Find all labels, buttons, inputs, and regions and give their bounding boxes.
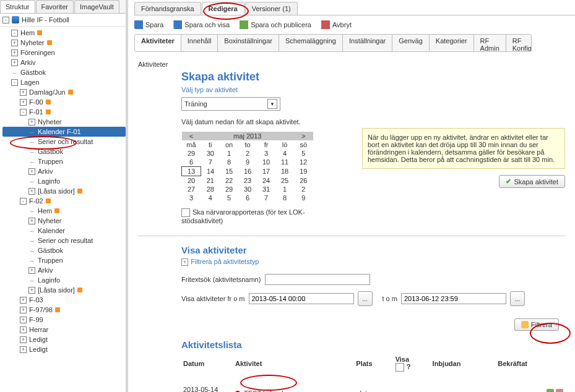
tree-item[interactable]: +Arkiv xyxy=(2,166,126,176)
calendar-day[interactable]: 27 xyxy=(182,185,201,194)
attendance-checkbox[interactable] xyxy=(181,208,190,217)
tree-item[interactable]: +F-97/98 xyxy=(2,305,126,315)
expand-icon[interactable]: + xyxy=(28,287,35,294)
expand-icon[interactable]: + xyxy=(28,267,35,274)
expand-icon[interactable]: + xyxy=(28,168,35,175)
expand-icon[interactable]: + xyxy=(11,40,18,46)
calendar-day[interactable]: 5 xyxy=(294,149,313,158)
calendar-day[interactable]: 24 xyxy=(257,176,275,185)
save-button[interactable]: Spara xyxy=(134,20,163,29)
top-tab[interactable]: Förhandsgranska xyxy=(134,2,201,15)
calendar-day[interactable]: 21 xyxy=(201,176,220,185)
tree-item[interactable]: +Nyheter xyxy=(2,216,126,226)
calendar-day[interactable]: 3 xyxy=(182,194,201,202)
subtab[interactable]: Inställningar xyxy=(343,35,392,51)
edit-icon[interactable] xyxy=(547,389,554,392)
tree-item[interactable]: +[Låsta sidor] xyxy=(2,186,126,196)
tree-item[interactable]: +F-03 xyxy=(2,295,126,305)
expand-icon[interactable]: + xyxy=(20,346,27,353)
calendar-day[interactable]: 14 xyxy=(201,167,220,176)
calendar-day[interactable]: 20 xyxy=(182,176,201,185)
tree-item[interactable]: –Gästbok xyxy=(2,245,126,255)
to-date-input[interactable] xyxy=(401,293,506,304)
expand-icon[interactable]: + xyxy=(20,336,27,343)
calendar-day[interactable]: 2 xyxy=(294,185,313,194)
calendar-day[interactable]: 7 xyxy=(201,158,220,167)
from-date-input[interactable] xyxy=(249,293,354,304)
expand-icon[interactable]: + xyxy=(28,119,35,126)
calendar-day[interactable]: 26 xyxy=(294,176,313,185)
calendar-day[interactable]: 28 xyxy=(201,185,220,194)
cal-next[interactable]: > xyxy=(294,132,313,140)
calendar-day[interactable]: 11 xyxy=(275,158,294,167)
filter-button[interactable]: Filtrera xyxy=(514,318,559,331)
tree-item[interactable]: +Ledigt xyxy=(2,344,126,354)
tree-item[interactable]: -Lagen xyxy=(2,77,126,87)
calendar-day[interactable]: 18 xyxy=(275,167,294,176)
subtab[interactable]: Aktiviteter xyxy=(135,35,181,51)
calendar-day[interactable]: 25 xyxy=(275,176,294,185)
calendar-day[interactable]: 22 xyxy=(220,176,238,185)
tree-item[interactable]: –Kalender xyxy=(2,226,126,236)
tree-item[interactable]: +F-00 xyxy=(2,97,126,107)
expand-icon[interactable]: + xyxy=(28,188,35,195)
top-tab[interactable]: Versioner (1) xyxy=(245,2,298,15)
calendar-day[interactable]: 1 xyxy=(220,149,238,158)
subtab[interactable]: Kategorier xyxy=(430,35,474,51)
collapse-icon[interactable]: - xyxy=(20,109,27,116)
collapse-icon[interactable]: - xyxy=(11,79,18,86)
expand-icon[interactable]: + xyxy=(11,59,18,66)
cancel-button[interactable]: Avbryt xyxy=(321,20,352,29)
tree-item[interactable]: –Gästbok xyxy=(2,67,126,77)
tree-item[interactable]: -F-01 xyxy=(2,107,126,117)
calendar-day[interactable]: 29 xyxy=(220,185,238,194)
top-tab[interactable]: Redigera xyxy=(202,2,244,15)
activity-type-select[interactable]: Träning ▼ xyxy=(181,97,280,111)
tree-item[interactable]: +[Låsta sidor] xyxy=(2,285,126,295)
tree-item[interactable]: +Arkiv xyxy=(2,265,126,275)
calendar-day[interactable]: 3 xyxy=(257,149,275,158)
subtab[interactable]: Genväg xyxy=(392,35,430,51)
expand-icon[interactable]: + xyxy=(20,297,27,304)
tree-item[interactable]: -Hem xyxy=(2,28,126,38)
calendar-day[interactable]: 13 xyxy=(182,167,201,176)
row-activity[interactable]: TEST kalender xyxy=(235,385,354,392)
sidebar-tab-favoriter[interactable]: Favoriter xyxy=(36,0,74,13)
tree-item[interactable]: +F-99 xyxy=(2,315,126,325)
calendar-day[interactable]: 4 xyxy=(201,194,220,202)
subtab[interactable]: Schemaläggning xyxy=(279,35,343,51)
calendar-day[interactable]: 6 xyxy=(182,158,201,167)
tree-item[interactable]: –Kalender F-01 xyxy=(2,127,126,137)
tree-item[interactable]: –Truppen xyxy=(2,255,126,265)
calendar-day[interactable]: 23 xyxy=(238,176,257,185)
from-date-picker[interactable]: ... xyxy=(358,291,373,306)
subtab[interactable]: Innehåll xyxy=(181,35,218,51)
expand-icon[interactable]: + xyxy=(20,307,27,313)
tree-item[interactable]: +Nyheter xyxy=(2,117,126,127)
tree-item[interactable]: –Gästbok xyxy=(2,147,126,156)
calendar-day[interactable]: 12 xyxy=(294,158,313,167)
create-activity-button[interactable]: ✔Skapa aktivitet xyxy=(499,175,565,188)
calendar-day[interactable]: 6 xyxy=(238,194,257,202)
tree-item[interactable]: +Arkiv xyxy=(2,58,126,67)
tree-item[interactable]: –Laginfo xyxy=(2,176,126,186)
sidebar-tab-imagevault[interactable]: ImageVault xyxy=(74,0,119,13)
calendar-day[interactable]: 9 xyxy=(238,158,257,167)
expand-icon[interactable]: + xyxy=(11,49,18,56)
freetext-input[interactable] xyxy=(265,274,370,285)
tree-item[interactable]: –Hem xyxy=(2,206,126,216)
calendar-day[interactable]: 30 xyxy=(201,149,220,158)
calendar-day[interactable]: 8 xyxy=(220,158,238,167)
collapse-icon[interactable]: - xyxy=(2,17,9,23)
tree-item[interactable]: -F-02 xyxy=(2,196,126,206)
calendar-day[interactable]: 17 xyxy=(257,167,275,176)
delete-icon[interactable] xyxy=(556,389,563,392)
expand-icon[interactable]: + xyxy=(28,218,35,224)
subtab[interactable]: RF Admin xyxy=(474,35,506,51)
expand-icon[interactable]: + xyxy=(20,89,27,96)
calendar[interactable]: <maj 2013> måtiontofrlösö 29301234567891… xyxy=(181,132,313,202)
calendar-day[interactable]: 29 xyxy=(182,149,201,158)
calendar-day[interactable]: 16 xyxy=(238,167,257,176)
tree-item[interactable]: –Serier och resultat xyxy=(2,137,126,147)
save-view-button[interactable]: Spara och visa xyxy=(173,20,230,29)
